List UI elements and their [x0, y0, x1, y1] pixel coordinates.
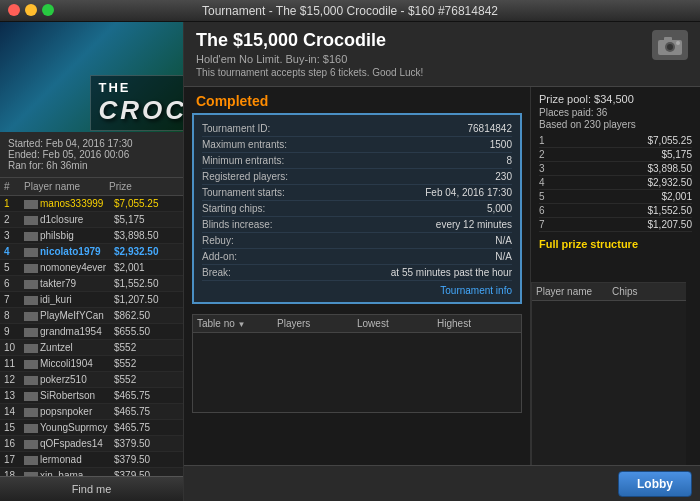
status-label: Completed — [184, 87, 530, 113]
tournament-subtitle: Hold'em No Limit. Buy-in: $160 — [196, 53, 423, 65]
info-box: Tournament ID:76814842Maximum entrants:1… — [192, 113, 522, 304]
player-row: 15YoungSuprmcy$465.75 — [0, 420, 183, 436]
info-row: Tournament ID:76814842 — [202, 121, 512, 137]
info-row: Starting chips:5,000 — [202, 201, 512, 217]
banner-croc-text: CROCODILE — [99, 95, 184, 126]
player-row: 16qOFspades14$379.50 — [0, 436, 183, 452]
player-row: 17lermonad$379.50 — [0, 452, 183, 468]
svg-rect-3 — [664, 37, 672, 41]
ended-text: Ended: Feb 05, 2016 00:06 — [8, 149, 175, 160]
info-row: Break:at 55 minutes past the hour — [202, 265, 512, 281]
full-prize-link[interactable]: Full prize structure — [539, 238, 692, 250]
info-row: Tournament starts:Feb 04, 2016 17:30 — [202, 185, 512, 201]
player-row: 4nicolato1979$2,932.50 — [0, 244, 183, 260]
minimize-button[interactable] — [25, 4, 37, 16]
title-bar: Tournament - The $15,000 Crocodile - $16… — [0, 0, 700, 22]
camera-icon — [652, 30, 688, 60]
player-row: 5nomoney4ever$2,001 — [0, 260, 183, 276]
player-list-section: # Player name Prize 1manos333999$7,055.2… — [0, 178, 183, 476]
tournament-title: The $15,000 Crocodile — [196, 30, 423, 51]
prize-pool-title: Prize pool: $34,500 — [539, 93, 692, 105]
info-row: Maximum entrants:1500 — [202, 137, 512, 153]
tables-body — [192, 333, 522, 413]
player-row: 12pokerz510$552 — [0, 372, 183, 388]
chips-header: Player name Chips — [532, 283, 686, 301]
prize-row: 5$2,001 — [539, 190, 692, 204]
close-button[interactable] — [8, 4, 20, 16]
col-prize: Prize — [109, 181, 179, 192]
prize-row: 1$7,055.25 — [539, 134, 692, 148]
chips-panel: Player name Chips — [531, 282, 686, 466]
prize-row: 4$2,932.50 — [539, 176, 692, 190]
banner-the-text: THE — [99, 80, 184, 95]
find-me-button[interactable]: Find me — [0, 476, 183, 501]
right-panel: The $15,000 Crocodile Hold'em No Limit. … — [184, 22, 700, 501]
bottom-bar: Lobby — [184, 465, 700, 501]
info-row: Rebuy:N/A — [202, 233, 512, 249]
tables-header: Table no ▼ Players Lowest Highest — [192, 314, 522, 333]
prize-row: 2$5,175 — [539, 148, 692, 162]
ran-text: Ran for: 6h 36min — [8, 160, 175, 171]
based-on: Based on 230 players — [539, 119, 692, 130]
chips-col-player: Player name — [536, 286, 612, 297]
middle-section: Completed Tournament ID:76814842Maximum … — [184, 87, 700, 465]
places-paid: Places paid: 36 — [539, 107, 692, 118]
started-text: Started: Feb 04, 2016 17:30 — [8, 138, 175, 149]
col-highest: Highest — [437, 318, 517, 329]
col-lowest: Lowest — [357, 318, 437, 329]
prize-row: 3$3,898.50 — [539, 162, 692, 176]
tournament-time-info: Started: Feb 04, 2016 17:30 Ended: Feb 0… — [0, 132, 183, 178]
chips-body[interactable] — [532, 301, 686, 466]
info-row: Add-on:N/A — [202, 249, 512, 265]
tables-section: Table no ▼ Players Lowest Highest — [192, 314, 522, 461]
col-name: Player name — [24, 181, 109, 192]
player-row: 6takter79$1,552.50 — [0, 276, 183, 292]
left-panel: THE CROCODILE Started: Feb 04, 2016 17:3… — [0, 22, 184, 501]
player-list-header: # Player name Prize — [0, 178, 183, 196]
prize-row: 8$862.50 — [539, 232, 692, 234]
col-table-no[interactable]: Table no ▼ — [197, 318, 277, 329]
player-row: 2d1closure$5,175 — [0, 212, 183, 228]
prize-row: 6$1,552.50 — [539, 204, 692, 218]
player-row: 11Miccoli1904$552 — [0, 356, 183, 372]
player-row: 14popsnpoker$465.75 — [0, 404, 183, 420]
player-row: 1manos333999$7,055.25 — [0, 196, 183, 212]
col-players: Players — [277, 318, 357, 329]
crocodile-banner: THE CROCODILE — [0, 22, 183, 132]
tournament-info-link[interactable]: Tournament info — [440, 285, 512, 296]
lobby-button[interactable]: Lobby — [618, 471, 692, 497]
tournament-header: The $15,000 Crocodile Hold'em No Limit. … — [184, 22, 700, 87]
info-row: Blinds increase:every 12 minutes — [202, 217, 512, 233]
player-row: 7idi_kuri$1,207.50 — [0, 292, 183, 308]
chips-col-chips: Chips — [612, 286, 682, 297]
player-row: 10Zuntzel$552 — [0, 340, 183, 356]
svg-point-4 — [676, 41, 680, 45]
tournament-details: Completed Tournament ID:76814842Maximum … — [184, 87, 530, 465]
sort-arrow: ▼ — [238, 320, 246, 329]
player-list-body[interactable]: 1manos333999$7,055.252d1closure$5,1753ph… — [0, 196, 183, 476]
window-title: Tournament - The $15,000 Crocodile - $16… — [202, 4, 498, 18]
player-row: 18xin_bama$379.50 — [0, 468, 183, 476]
player-row: 8PlayMeIfYCan$862.50 — [0, 308, 183, 324]
player-row: 9grandma1954$655.50 — [0, 324, 183, 340]
maximize-button[interactable] — [42, 4, 54, 16]
prize-pool-section: Prize pool: $34,500 Places paid: 36 Base… — [531, 87, 700, 282]
info-row: Registered players:230 — [202, 169, 512, 185]
svg-point-2 — [667, 44, 673, 50]
info-row: Minimum entrants:8 — [202, 153, 512, 169]
col-num: # — [4, 181, 24, 192]
player-row: 13SiRobertson$465.75 — [0, 388, 183, 404]
tournament-note: This tournament accepts step 6 tickets. … — [196, 67, 423, 78]
prize-row: 7$1,207.50 — [539, 218, 692, 232]
player-row: 3philsbig$3,898.50 — [0, 228, 183, 244]
